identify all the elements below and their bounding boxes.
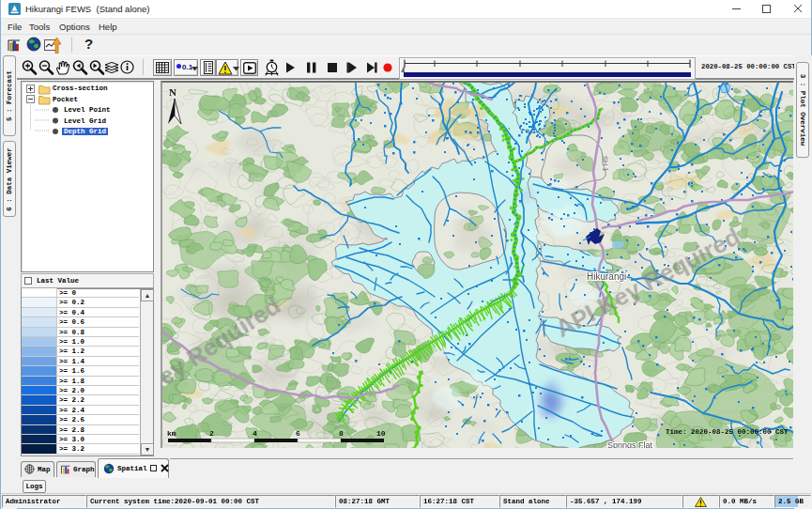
svg-text:4: 4: [253, 429, 257, 438]
svg-text:6: 6: [296, 429, 300, 438]
svg-text:SH 1: SH 1: [601, 156, 610, 172]
svg-text:2: 2: [209, 429, 214, 438]
svg-text:km: km: [167, 429, 176, 438]
svg-text:N: N: [169, 86, 176, 98]
svg-text:8: 8: [339, 429, 344, 438]
svg-text:Hikurangi: Hikurangi: [587, 271, 626, 282]
svg-text:Time: 2020-08-25 00:00:00 CST: Time: 2020-08-25 00:00:00 CST: [666, 428, 789, 436]
svg-text:10: 10: [376, 429, 386, 438]
svg-text:Springs Flat: Springs Flat: [607, 440, 653, 448]
